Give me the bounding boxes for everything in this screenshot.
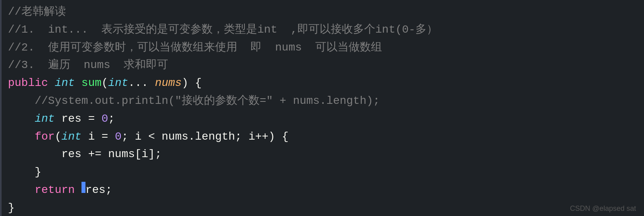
comment-4: //3. 遍历 nums 求和即可 xyxy=(8,56,168,74)
for-body: i = xyxy=(81,128,115,146)
param-nums: nums xyxy=(155,74,182,92)
comment-1: //老韩解读 xyxy=(8,3,66,21)
close-brace-method: } xyxy=(8,199,15,216)
number-zero-2: 0 xyxy=(115,128,122,146)
text-cursor xyxy=(81,182,85,193)
keyword-int-1: int xyxy=(55,74,75,92)
watermark: CSDN @elapsed sat xyxy=(570,204,636,213)
for-paren: ( xyxy=(55,128,62,146)
keyword-int-4: int xyxy=(61,128,81,146)
code-line-3: //2. 使用可变参数时，可以当做数组来使用 即 nums 可以当做数组 xyxy=(0,39,644,57)
left-border xyxy=(0,0,2,216)
code-line-8: for(int i = 0; i < nums.length; i++) { xyxy=(0,128,644,146)
code-line-4: //3. 遍历 nums 求和即可 xyxy=(0,56,644,74)
code-line-7: int res = 0; xyxy=(0,110,644,128)
keyword-int-3: int xyxy=(35,110,54,128)
semicolon-1: ; xyxy=(108,110,115,128)
close-brace-for: } xyxy=(35,163,41,181)
res-decl: res = xyxy=(55,110,102,128)
ellipsis: ... xyxy=(128,74,155,92)
keyword-return: return xyxy=(35,181,81,199)
paren-open: ( xyxy=(101,74,108,92)
comment-system-out: //System.out.println("接收的参数个数=" + nums.l… xyxy=(35,92,380,110)
keyword-public: public xyxy=(8,74,55,92)
method-sum: sum xyxy=(81,74,101,92)
code-line-1: //老韩解读 xyxy=(0,3,644,21)
code-line-5: public int sum(int... nums) { xyxy=(0,74,644,92)
keyword-int-2: int xyxy=(108,74,128,92)
comment-3: //2. 使用可变参数时，可以当做数组来使用 即 nums 可以当做数组 xyxy=(8,39,382,57)
code-line-10: } xyxy=(0,163,644,181)
res-return: res; xyxy=(85,181,112,199)
dot-length: .length; i++) { xyxy=(188,128,289,146)
code-line-6: //System.out.println("接收的参数个数=" + nums.l… xyxy=(0,92,644,110)
res-plus-assign: res += nums[i]; xyxy=(61,146,161,163)
code-line-2: //1. int... 表示接受的是可变参数，类型是int ,即可以接收多个in… xyxy=(0,21,644,39)
code-line-11: return res; xyxy=(0,181,644,199)
number-zero: 0 xyxy=(101,110,108,128)
keyword-for: for xyxy=(35,128,54,146)
code-line-9: res += nums[i]; xyxy=(0,146,644,163)
code-viewer: //老韩解读 //1. int... 表示接受的是可变参数，类型是int ,即可… xyxy=(0,0,644,216)
space-1 xyxy=(75,74,81,92)
for-cond: ; i < nums xyxy=(122,128,188,146)
code-line-12: } xyxy=(0,199,644,216)
comment-2: //1. int... 表示接受的是可变参数，类型是int ,即可以接收多个in… xyxy=(8,21,438,39)
paren-close-brace: ) { xyxy=(182,74,202,92)
